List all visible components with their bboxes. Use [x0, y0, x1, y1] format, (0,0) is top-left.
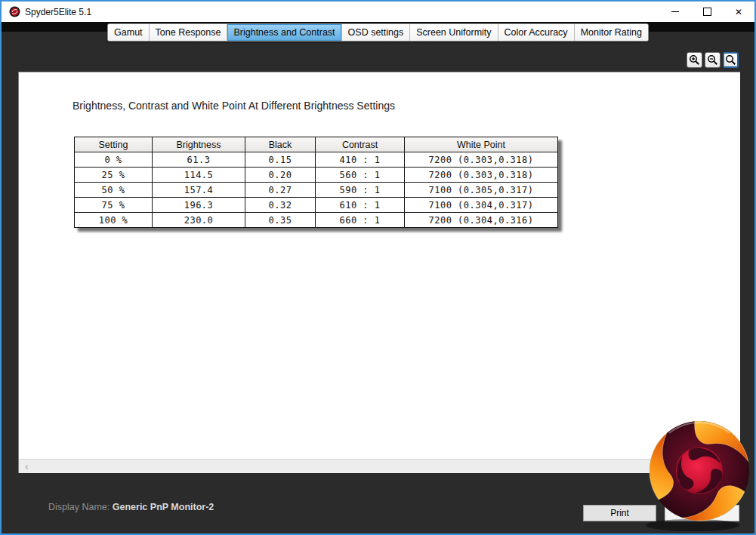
maximize-icon — [703, 8, 711, 16]
app-window: Spyder5Elite 5.1 ✕ Gamut Tone Response B… — [0, 0, 756, 535]
cell-whitepoint: 7200 (0.303,0.318) — [405, 152, 558, 168]
display-name-value: Generic PnP Monitor-2 — [113, 502, 214, 512]
cell-whitepoint: 7100 (0.305,0.317) — [405, 183, 558, 198]
cell-black: 0.32 — [245, 198, 316, 213]
display-name-label: Display Name: — [48, 502, 110, 512]
page-title: Brightness, Contrast and White Point At … — [73, 100, 395, 112]
window-title: Spyder5Elite 5.1 — [25, 7, 91, 17]
cell-contrast: 590 : 1 — [316, 183, 405, 198]
cell-black: 0.20 — [245, 168, 316, 183]
tab-osd-settings[interactable]: OSD settings — [341, 24, 410, 41]
app-logo-icon — [9, 6, 20, 17]
col-header-contrast: Contrast — [316, 137, 405, 152]
cell-setting: 50 % — [75, 183, 153, 198]
cell-whitepoint: 7100 (0.304,0.317) — [405, 198, 558, 213]
table-row: 100 % 230.0 0.35 660 : 1 7200 (0.304,0.3… — [75, 213, 558, 228]
horizontal-scrollbar[interactable]: ‹ — [19, 459, 740, 473]
cell-black: 0.27 — [245, 183, 316, 198]
zoom-toolbar — [687, 52, 739, 68]
col-header-setting: Setting — [75, 137, 153, 152]
table-row: 75 % 196.3 0.32 610 : 1 7100 (0.304,0.31… — [75, 198, 558, 213]
col-header-whitepoint: White Point — [405, 137, 558, 152]
cell-contrast: 660 : 1 — [316, 213, 405, 228]
close-button[interactable]: ✕ — [723, 2, 754, 22]
cell-black: 0.35 — [245, 213, 316, 228]
zoom-out-button[interactable] — [705, 52, 721, 68]
cell-setting: 0 % — [75, 152, 153, 168]
zoom-out-icon — [707, 54, 718, 66]
cell-brightness: 157.4 — [153, 183, 245, 198]
cell-brightness: 196.3 — [153, 198, 245, 213]
col-header-black: Black — [245, 137, 316, 152]
table-row: 50 % 157.4 0.27 590 : 1 7100 (0.305,0.31… — [75, 183, 558, 198]
cell-contrast: 560 : 1 — [316, 168, 405, 183]
cell-setting: 25 % — [75, 168, 153, 183]
tab-brightness-and-contrast[interactable]: Brightness and Contrast — [227, 24, 341, 41]
tab-bar: Gamut Tone Response Brightness and Contr… — [2, 23, 754, 42]
cell-setting: 75 % — [75, 198, 153, 213]
table-row: 0 % 61.3 0.15 410 : 1 7200 (0.303,0.318) — [75, 152, 558, 168]
tab-color-accuracy[interactable]: Color Accuracy — [498, 24, 574, 41]
tab-gamut[interactable]: Gamut — [108, 24, 149, 41]
cell-setting: 100 % — [75, 213, 153, 228]
zoom-in-button[interactable] — [687, 52, 702, 68]
minimize-icon — [671, 11, 679, 12]
title-bar: Spyder5Elite 5.1 ✕ — [2, 2, 754, 22]
zoom-in-icon — [689, 54, 700, 66]
table-header-row: Setting Brightness Black Contrast White … — [75, 137, 558, 152]
tab-screen-uniformity[interactable]: Screen Uniformity — [409, 24, 497, 41]
cell-contrast: 410 : 1 — [316, 152, 405, 168]
minimize-button[interactable] — [659, 2, 691, 22]
report-page: Brightness, Contrast and White Point At … — [18, 72, 740, 473]
brightness-contrast-table: Setting Brightness Black Contrast White … — [74, 137, 558, 228]
scroll-left-icon[interactable]: ‹ — [25, 461, 29, 472]
col-header-brightness: Brightness — [153, 137, 245, 152]
cell-whitepoint: 7200 (0.303,0.318) — [405, 168, 558, 183]
cell-brightness: 114.5 — [153, 168, 245, 183]
zoom-reset-button[interactable] — [723, 52, 739, 68]
cell-brightness: 61.3 — [153, 152, 245, 168]
cell-contrast: 610 : 1 — [316, 198, 405, 213]
cell-black: 0.15 — [245, 152, 316, 168]
cell-brightness: 230.0 — [153, 213, 245, 228]
tab-monitor-rating[interactable]: Monitor Rating — [574, 24, 648, 41]
table-row: 25 % 114.5 0.20 560 : 1 7200 (0.303,0.31… — [75, 168, 558, 183]
display-name-text: Display Name: Generic PnP Monitor-2 — [48, 502, 214, 512]
tab-tone-response[interactable]: Tone Response — [149, 24, 227, 41]
zoom-reset-icon — [725, 54, 736, 66]
maximize-button[interactable] — [691, 2, 723, 22]
cell-whitepoint: 7200 (0.304,0.316) — [405, 213, 558, 228]
obscured-button[interactable] — [665, 505, 739, 521]
close-icon: ✕ — [735, 8, 742, 17]
print-button[interactable]: Print — [583, 505, 656, 521]
